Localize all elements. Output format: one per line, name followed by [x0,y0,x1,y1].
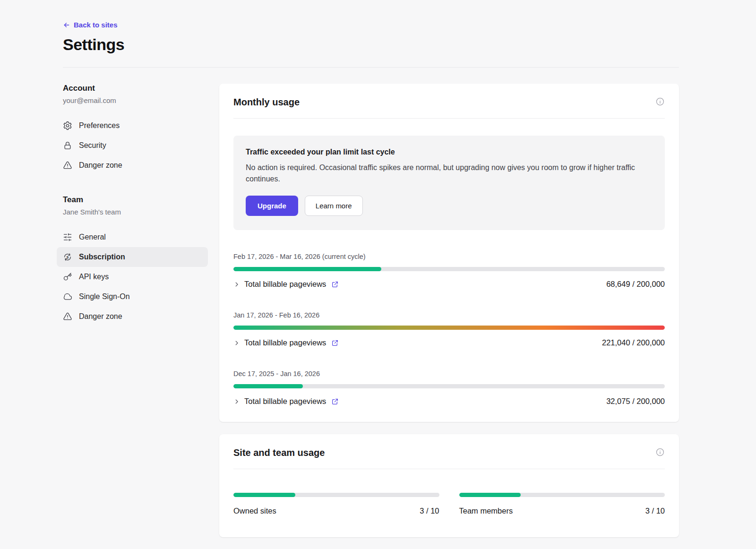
page-title: Settings [63,35,679,54]
monthly-usage-title: Monthly usage [233,97,300,108]
billable-pageviews-toggle[interactable]: Total billable pageviews [233,397,339,406]
cycle-date-range: Jan 17, 2026 - Feb 16, 2026 [233,311,665,319]
account-nav: Preferences Security Danger zone [57,116,208,175]
team-nav: General Subscription API keys Single Sig… [57,227,208,326]
stat-label: Owned sites [233,506,276,515]
learn-more-button[interactable]: Learn more [305,196,363,216]
notice-title: Traffic exceeded your plan limit last cy… [246,148,653,156]
sidebar-item-account-danger-zone[interactable]: Danger zone [57,155,208,175]
sidebar-item-label: General [79,233,106,241]
sidebar-item-security[interactable]: Security [57,136,208,155]
sidebar-item-single-sign-on[interactable]: Single Sign-On [57,287,208,307]
usage-cycle-current: Feb 17, 2026 - Mar 16, 2026 (current cyc… [233,253,665,289]
settings-sidebar: Account your@email.com Preferences Secur… [63,84,208,326]
metric-label: Total billable pageviews [244,280,326,289]
usage-value: 68,649 / 200,000 [606,280,665,289]
stat-label: Team members [459,506,513,515]
warning-icon [63,161,72,170]
metric-label: Total billable pageviews [244,397,326,406]
settings-content: Monthly usage Traffic exceeded your plan… [219,84,679,549]
usage-progress-fill-overlimit [233,326,665,330]
external-link-icon[interactable] [331,398,339,405]
sidebar-item-label: API keys [79,273,109,281]
sidebar-item-general[interactable]: General [57,227,208,247]
chevron-right-icon [233,340,240,346]
usage-value: 221,040 / 200,000 [602,338,665,347]
card-divider [233,118,665,119]
back-to-sites-link[interactable]: Back to sites [63,21,118,29]
gear-icon [63,121,72,130]
billable-pageviews-toggle[interactable]: Total billable pageviews [233,338,339,347]
key-icon [63,272,72,282]
sliders-icon [63,232,72,242]
sidebar-item-api-keys[interactable]: API keys [57,267,208,287]
sidebar-item-label: Danger zone [79,161,122,170]
sidebar-item-label: Single Sign-On [79,292,130,301]
monthly-usage-card: Monthly usage Traffic exceeded your plan… [219,84,679,422]
usage-value: 32,075 / 200,000 [606,397,665,406]
team-members-progress-bar [459,493,665,497]
site-team-usage-title: Site and team usage [233,447,325,458]
back-link-label: Back to sites [74,21,118,29]
owned-sites-stat: Owned sites 3 / 10 [233,486,439,515]
settings-page: Back to sites Settings Account your@emai… [0,0,756,549]
warning-icon [63,312,72,321]
stat-value: 3 / 10 [420,506,439,515]
billable-pageviews-toggle[interactable]: Total billable pageviews [233,280,339,289]
sidebar-item-label: Danger zone [79,312,122,321]
usage-cycle-previous: Jan 17, 2026 - Feb 16, 2026 Total billab… [233,311,665,347]
chevron-right-icon [233,281,240,288]
team-name: Jane Smith's team [63,208,208,216]
info-icon[interactable] [655,447,665,457]
info-icon[interactable] [655,97,665,106]
sidebar-item-preferences[interactable]: Preferences [57,116,208,136]
usage-progress-fill [233,384,303,388]
traffic-exceeded-notice: Traffic exceeded your plan limit last cy… [233,136,665,231]
site-team-usage-card: Site and team usage Owned sites 3 / 10 [219,434,679,537]
card-divider [233,469,665,469]
chevron-right-icon [233,398,240,405]
notice-body: No action is required. Occasional traffi… [246,162,653,186]
sidebar-item-team-danger-zone[interactable]: Danger zone [57,307,208,326]
sidebar-item-subscription[interactable]: Subscription [57,247,208,267]
stat-value: 3 / 10 [645,506,665,515]
lock-icon [63,141,72,150]
account-email: your@email.com [63,96,208,104]
subscription-dollar-icon [63,252,72,262]
cloud-icon [63,292,72,301]
team-section: Team Jane Smith's team General Subscript… [63,195,208,326]
usage-progress-bar [233,326,665,330]
header-divider [63,67,679,68]
sidebar-item-label: Preferences [79,121,120,130]
account-heading: Account [63,84,208,93]
sidebar-item-label: Security [79,141,106,150]
usage-cycle-older: Dec 17, 2025 - Jan 16, 2026 Total billab… [233,370,665,406]
arrow-left-icon [63,21,70,29]
usage-progress-bar [233,384,665,388]
team-members-stat: Team members 3 / 10 [459,486,665,515]
team-heading: Team [63,195,208,205]
metric-label: Total billable pageviews [244,338,326,347]
account-section: Account your@email.com Preferences Secur… [63,84,208,175]
external-link-icon[interactable] [331,281,339,288]
upgrade-button[interactable]: Upgrade [246,196,298,216]
sidebar-item-label: Subscription [79,253,125,261]
cycle-date-range: Feb 17, 2026 - Mar 16, 2026 (current cyc… [233,253,665,260]
usage-progress-fill [233,267,381,271]
usage-progress-bar [233,267,665,271]
team-members-progress-fill [459,493,521,497]
cycle-date-range: Dec 17, 2025 - Jan 16, 2026 [233,370,665,377]
owned-sites-progress-fill [233,493,295,497]
external-link-icon[interactable] [331,339,339,347]
owned-sites-progress-bar [233,493,439,497]
